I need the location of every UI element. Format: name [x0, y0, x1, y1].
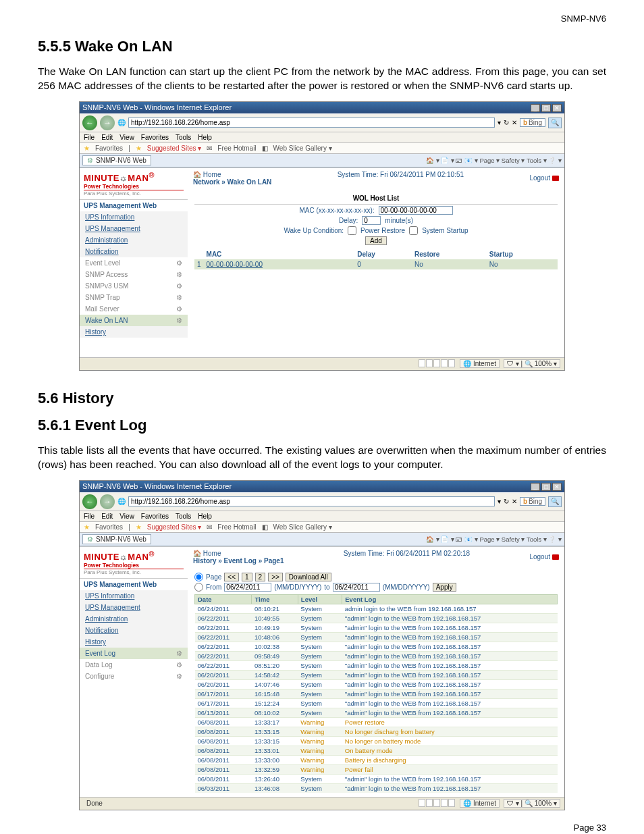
from-date-input[interactable]	[224, 583, 271, 592]
address-bar[interactable]	[128, 496, 495, 506]
gear-icon[interactable]: ⚙	[176, 317, 182, 324]
gear-icon[interactable]: ⚙	[176, 673, 182, 680]
logout-icon	[552, 176, 559, 181]
browser-tab[interactable]: ⚙SNMP-NV6 Web	[82, 155, 151, 165]
sidebar-item[interactable]: History	[80, 326, 188, 338]
sidebar-sub[interactable]: Configure⚙	[80, 671, 188, 682]
ie-toolbar[interactable]: 🏠 ▾ 📄 ▾ 🖃 📧 ▾ Page ▾ Safety ▾ Tools ▾ ❔ …	[426, 157, 562, 164]
nav-fwd-icon[interactable]: →	[100, 115, 115, 130]
address-bar[interactable]	[128, 118, 495, 128]
ie-toolbar[interactable]: 🏠 ▾ 📄 ▾ 🖃 📧 ▾ Page ▾ Safety ▾ Tools ▾ ❔ …	[426, 536, 562, 543]
delay-label: Delay:	[339, 217, 358, 224]
delay-input[interactable]	[362, 216, 381, 225]
heading-561: 5.6.1 Event Log	[38, 417, 606, 434]
sidebar-item[interactable]: Administration	[80, 613, 188, 625]
system-startup-checkbox[interactable]	[409, 226, 418, 235]
table-row: 06/22/201110:02:38System"admin" login to…	[195, 642, 558, 651]
window-controls[interactable]: _□✕	[529, 103, 562, 112]
sidebar-sub[interactable]: Mail Server⚙	[80, 303, 188, 315]
page-label: Page	[206, 573, 221, 581]
status-zoom[interactable]: 🛡 ▾ | 🔍 100% ▾	[504, 359, 560, 368]
download-all-button[interactable]: Download All	[286, 573, 331, 581]
status-zoom[interactable]: 🛡 ▾ | 🔍 100% ▾	[504, 799, 560, 808]
mac-link[interactable]: 00-00-00-00-00-00	[207, 261, 263, 268]
home-link[interactable]: 🏠 Home	[193, 171, 221, 178]
page-2-button[interactable]: 2	[255, 573, 266, 581]
status-internet: 🌐Internet	[460, 799, 500, 808]
star-icon[interactable]: ★	[84, 523, 90, 531]
apply-button[interactable]: Apply	[433, 583, 456, 592]
sidebar-item[interactable]: UPS Information	[80, 211, 188, 223]
page-1-button[interactable]: 1	[242, 573, 252, 581]
page-number: Page 33	[38, 823, 606, 833]
sidebar-item[interactable]: History	[80, 636, 188, 648]
sidebar-sub[interactable]: SNMP Trap⚙	[80, 292, 188, 303]
from-radio[interactable]	[194, 583, 203, 592]
refresh-icon[interactable]: ↻	[504, 498, 509, 505]
nav-fwd-icon[interactable]: →	[100, 494, 115, 509]
sidebar-item[interactable]: Administration	[80, 234, 188, 246]
search-icon[interactable]: 🔍	[548, 496, 562, 507]
sidebar-item[interactable]: Notification	[80, 625, 188, 636]
table-row: 06/08/201113:33:15WarningNo longer on ba…	[195, 736, 558, 746]
to-label: to	[324, 583, 329, 591]
screenshot-wol: SNMP-NV6 Web - Windows Internet Explorer…	[79, 101, 565, 371]
search-box[interactable]: bBing	[520, 118, 545, 127]
gear-icon[interactable]: ⚙	[176, 661, 182, 669]
sidebar-sub[interactable]: SNMP Access⚙	[80, 269, 188, 280]
search-icon[interactable]: 🔍	[548, 118, 562, 128]
window-controls[interactable]: _□✕	[529, 482, 562, 491]
slice-icon: ◧	[262, 523, 268, 531]
sidebar-item[interactable]: UPS Information	[80, 590, 188, 602]
page-prev-button[interactable]: <<	[224, 573, 239, 581]
sidebar-sub[interactable]: Data Log⚙	[80, 659, 188, 671]
logout-link[interactable]: Logout	[529, 550, 559, 565]
favorites-bar[interactable]: ★Favorites | ★ Suggested Sites ▾ ✉Free H…	[80, 522, 564, 533]
col-level: Level	[298, 594, 342, 604]
browser-tab[interactable]: ⚙SNMP-NV6 Web	[82, 534, 151, 544]
stop-icon[interactable]: ✕	[512, 498, 517, 505]
gear-icon[interactable]: ⚙	[176, 305, 182, 313]
ie-logo-icon: 🌐	[117, 119, 126, 126]
sidebar-sub[interactable]: SNMPv3 USM⚙	[80, 280, 188, 292]
gear-icon[interactable]: ⚙	[176, 271, 182, 278]
mac-input[interactable]	[379, 206, 453, 215]
sidebar-item[interactable]: UPS Management	[80, 602, 188, 613]
sidebar-item[interactable]: UPS Management	[80, 223, 188, 234]
table-row: 06/03/201113:46:08System"admin" login to…	[195, 783, 558, 793]
gear-icon[interactable]: ⚙	[176, 259, 182, 267]
sidebar-sub-active[interactable]: Event Log⚙	[80, 648, 188, 659]
sidebar-sub-active[interactable]: Wake On LAN⚙	[80, 315, 188, 326]
menu-bar[interactable]: FileEditViewFavoritesToolsHelp	[80, 132, 564, 143]
dropdown-icon[interactable]: ▾	[498, 498, 501, 505]
star-icon[interactable]: ★	[84, 145, 90, 152]
para-555: The Wake On LAN function can start up th…	[38, 65, 606, 93]
sidebar-sub[interactable]: Event Level⚙	[80, 257, 188, 269]
table-row: 06/20/201114:07:46System"admin" login to…	[195, 679, 558, 689]
add-button[interactable]: Add	[365, 236, 387, 245]
sidebar-item[interactable]: Notification	[80, 246, 188, 257]
nav-back-icon[interactable]: ←	[82, 115, 97, 130]
dropdown-icon[interactable]: ▾	[498, 119, 501, 126]
star-icon: ★	[136, 145, 142, 152]
nav-back-icon[interactable]: ←	[82, 494, 97, 509]
stop-icon[interactable]: ✕	[512, 119, 517, 126]
table-row: 06/22/201110:49:19System"admin" login to…	[195, 623, 558, 632]
favorites-bar[interactable]: ★Favorites | ★ Suggested Sites ▾ ✉Free H…	[80, 143, 564, 154]
col-event: Event Log	[342, 594, 558, 604]
table-row: 06/17/201116:15:48System"admin" login to…	[195, 689, 558, 698]
refresh-icon[interactable]: ↻	[504, 119, 509, 126]
page-next-button[interactable]: >>	[268, 573, 283, 581]
power-restore-checkbox[interactable]	[348, 226, 356, 235]
gear-icon[interactable]: ⚙	[176, 282, 182, 290]
menu-bar[interactable]: FileEditViewFavoritesToolsHelp	[80, 511, 564, 522]
to-date-input[interactable]	[333, 583, 380, 592]
brand-logo: MINUTE☼MAN® Power Technologies Para Plus…	[80, 547, 188, 579]
page-radio[interactable]	[194, 573, 203, 581]
gear-icon[interactable]: ⚙	[176, 294, 182, 301]
home-link[interactable]: 🏠 Home	[193, 550, 221, 557]
logout-link[interactable]: Logout	[529, 171, 559, 186]
gear-icon[interactable]: ⚙	[176, 650, 182, 657]
search-box[interactable]: bBing	[520, 497, 545, 506]
gear-icon: ⚙	[87, 157, 93, 164]
